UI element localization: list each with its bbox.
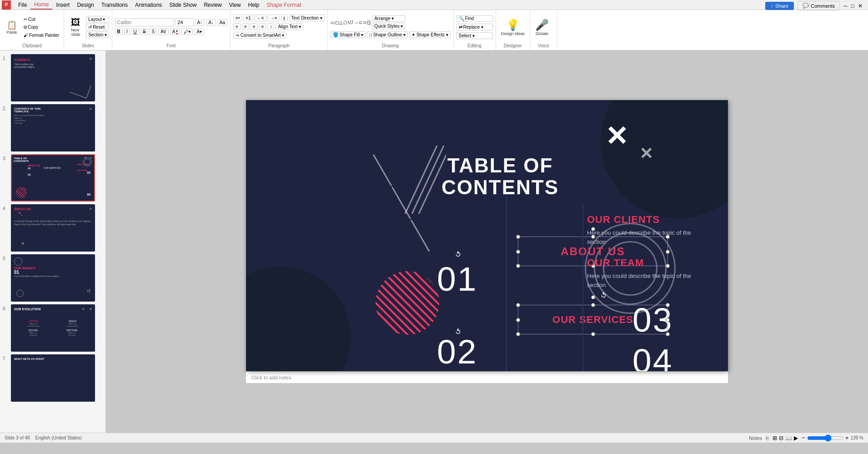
slide-thumb-6[interactable]: 6 OUR EVOLUTION JUPITERStats or acomment… [3, 304, 103, 352]
menu-help[interactable]: Help [245, 1, 263, 9]
bg-circle-top-right [601, 100, 728, 218]
comments-view-button[interactable]: ⎗ [766, 435, 769, 441]
slide-sorter-button[interactable]: ⊟ [779, 435, 783, 441]
increase-indent-button[interactable]: →≡ [268, 15, 280, 21]
paste-button[interactable]: 📋 Paste [3, 19, 21, 36]
design-ideas-icon: 💡 [506, 19, 520, 31]
normal-view-button[interactable]: ⊞ [773, 435, 777, 441]
bullets-button[interactable]: ≡• [233, 15, 242, 21]
shadow-button[interactable]: S [149, 28, 157, 35]
dictate-button[interactable]: 🎤 Dictate [533, 12, 551, 42]
design-ideas-button[interactable]: 💡 Design Ideas [499, 12, 527, 42]
our-clients-description: Here you could describe the topic of the… [587, 228, 692, 246]
zoom-in-button[interactable]: + [845, 434, 849, 441]
format-painter-icon: 🖌 [24, 33, 28, 38]
vertical-divider [506, 196, 507, 371]
font-color-button[interactable]: A▾ [170, 28, 181, 35]
zoom-slider[interactable] [807, 434, 843, 442]
cut-button[interactable]: ✂ Cut [22, 16, 61, 23]
maximize-icon[interactable]: □ [851, 3, 854, 9]
format-painter-button[interactable]: 🖌 Format Painter [22, 32, 61, 39]
slide-thumb-3[interactable]: 3 TABLE OFCONTENTS ABOUT US 01 02 OUR [3, 154, 103, 202]
slide-thumb-1[interactable]: 1 AGENCY Here is where yourpresentation … [3, 54, 103, 101]
arrange-button[interactable]: Arrange ▾ [372, 15, 405, 22]
slideshow-button[interactable]: ▶ [794, 435, 798, 441]
our-services-text: OUR SERVICES [552, 314, 633, 326]
replace-button[interactable]: ⇄ Replace ▾ [457, 24, 493, 30]
find-button[interactable]: 🔍 Find [457, 15, 493, 22]
zoom-out-button[interactable]: − [802, 434, 805, 441]
char-spacing-button[interactable]: AV [158, 28, 169, 35]
justify-button[interactable]: ≡ [259, 23, 266, 30]
our-services-box[interactable]: OUR SERVICES [518, 305, 668, 334]
italic-button[interactable]: I [124, 28, 130, 35]
font-size-input[interactable] [176, 18, 194, 26]
svg-line-1 [412, 146, 444, 214]
reset-icon: ↺ [88, 25, 92, 30]
numbering-button[interactable]: ≡1 [243, 15, 253, 21]
menu-shape-format[interactable]: Shape Format [263, 1, 305, 9]
bold-button[interactable]: B [115, 28, 123, 35]
font-color2-button[interactable]: A▾ [194, 28, 204, 35]
section-button[interactable]: Section ▾ [86, 31, 109, 38]
menu-view[interactable]: View [226, 1, 245, 9]
menu-insert[interactable]: Insert [52, 1, 73, 9]
clear-formatting-button[interactable]: Aa [217, 19, 227, 26]
text-direction-button[interactable]: Text Direction ▾ [289, 15, 325, 21]
rotate-icon-01: ↺ [453, 249, 463, 260]
menu-file[interactable]: File [15, 1, 30, 9]
our-clients-title: OUR CLIENTS [587, 214, 692, 226]
reading-view-button[interactable]: 📖 [785, 435, 792, 441]
quick-styles-button[interactable]: Quick Styles ▾ [372, 23, 405, 30]
shape-fill-button[interactable]: 🪣 Shape Fill ▾ [331, 31, 366, 38]
minimize-icon[interactable]: ─ [843, 3, 848, 9]
reset-button[interactable]: ↺ Reset [86, 24, 109, 30]
slide-canvas: ✕ ✕ TABLE OFCONTENTS 01 02 03 04 A [246, 100, 728, 371]
menu-home[interactable]: Home [30, 0, 52, 10]
svg-line-0 [405, 146, 437, 214]
new-slide-icon: 🖼 [71, 17, 80, 28]
line-spacing-button[interactable]: ↕ [267, 23, 274, 30]
comments-button[interactable]: 💬 Comments [798, 1, 840, 10]
new-slide-button[interactable]: 🖼 NewSlide [67, 16, 84, 38]
app-icon: P [2, 0, 11, 10]
slide-count: Slide 3 of 48 [5, 435, 30, 440]
layout-button[interactable]: Layout ▾ [86, 16, 109, 23]
close-icon[interactable]: ✕ [858, 3, 863, 9]
share-button[interactable]: ↑ Share [765, 2, 794, 10]
deco-lines-svg [401, 146, 446, 214]
decrease-indent-button[interactable]: ←≡ [255, 15, 266, 21]
slide-thumb-4[interactable]: 4 ABOUT US It could be the part of the p… [3, 204, 103, 252]
increase-font-button[interactable]: A↑ [195, 19, 205, 26]
align-center-button[interactable]: ≡ [242, 23, 249, 30]
notes-area[interactable]: Click to add notes [246, 371, 728, 383]
slide-thumb-5[interactable]: 5 OUR AGENCY 01 You could enter a subtit… [3, 254, 103, 302]
copy-button[interactable]: ⧉ Copy [22, 24, 61, 31]
align-text-button[interactable]: Align Text ▾ [276, 23, 303, 30]
shape-outline-button[interactable]: □ Shape Outline ▾ [367, 31, 408, 38]
menu-animations[interactable]: Animations [131, 1, 166, 9]
slide-thumb-7[interactable]: 7 WHAT SETS US APART [3, 354, 103, 402]
select-button[interactable]: Select ▾ [457, 32, 493, 39]
columns-button[interactable]: ⫿ [281, 15, 288, 21]
convert-smartart-button[interactable]: ⇒ Convert to SmartArt ▾ [233, 32, 286, 39]
paste-icon: 📋 [7, 20, 17, 30]
font-name-input[interactable] [115, 18, 174, 26]
menu-review[interactable]: Review [200, 1, 225, 9]
menu-design[interactable]: Design [73, 1, 97, 9]
align-left-button[interactable]: ≡ [233, 23, 241, 30]
notes-view-button[interactable]: Notes [749, 435, 762, 441]
shape-effects-button[interactable]: ✦ Shape Effects ▾ [409, 31, 451, 38]
align-right-button[interactable]: ≡ [251, 23, 258, 30]
slide-thumb-2[interactable]: 2 CONTENTS OF THISTEMPLATE Here's what y… [3, 104, 103, 151]
decrease-font-button[interactable]: A↓ [206, 19, 216, 26]
bg-circle-bottom-left [246, 267, 351, 371]
right-accent-line [582, 205, 583, 371]
number-02: 02 [437, 332, 477, 371]
highlight-button[interactable]: 🖊▾ [181, 28, 193, 35]
menu-transitions[interactable]: Transitions [98, 1, 131, 9]
menu-slideshow[interactable]: Slide Show [166, 1, 200, 9]
underline-button[interactable]: U [131, 28, 139, 35]
strikethrough-button[interactable]: S [140, 28, 148, 35]
comments-icon: 💬 [803, 3, 809, 9]
